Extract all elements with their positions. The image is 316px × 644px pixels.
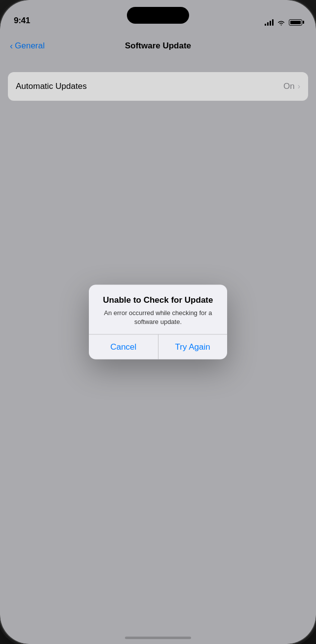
- try-again-button[interactable]: Try Again: [158, 334, 227, 359]
- cancel-button[interactable]: Cancel: [89, 334, 158, 359]
- alert-title: Unable to Check for Update: [97, 295, 219, 306]
- alert-buttons: Cancel Try Again: [89, 334, 227, 359]
- dynamic-island: [127, 7, 189, 24]
- alert-content: Unable to Check for Update An error occu…: [89, 285, 227, 334]
- phone-frame: 9:41: [0, 0, 316, 644]
- phone-screen: 9:41: [0, 0, 316, 644]
- alert-message: An error occurred while checking for a s…: [97, 309, 219, 326]
- home-indicator: [125, 637, 191, 639]
- alert-dialog: Unable to Check for Update An error occu…: [89, 285, 227, 360]
